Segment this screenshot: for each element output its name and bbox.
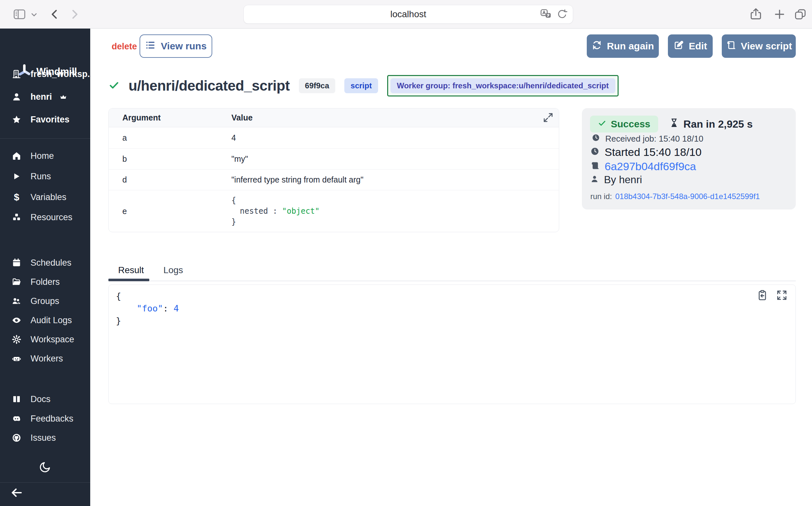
groups-icon: [11, 296, 22, 306]
sidebar-item-favorites[interactable]: Favorites: [11, 112, 70, 126]
result-panel: { "foo": 4 }: [108, 284, 796, 404]
by-row: By henri: [590, 174, 642, 186]
user-icon: [11, 92, 22, 102]
column-argument: Argument: [109, 113, 231, 122]
gear-icon: [11, 335, 22, 344]
view-runs-button[interactable]: View runs: [139, 34, 212, 58]
clock-icon: [592, 134, 600, 144]
table-row: d "inferred type string from default arg…: [109, 170, 559, 190]
job-id-link[interactable]: 6a297b04df69f9ca: [605, 160, 696, 173]
sidebar-item-workers[interactable]: Workers: [11, 351, 63, 366]
sidebar-item-issues[interactable]: Issues: [11, 431, 56, 445]
sidebar-home-label: Home: [30, 151, 54, 161]
tab-overview-icon[interactable]: [794, 8, 807, 22]
arg-name: d: [109, 175, 231, 184]
moon-icon: [38, 460, 52, 475]
sidebar-favorites-label: Favorites: [30, 115, 70, 125]
table-row: b "my": [109, 149, 559, 170]
sidebar-folders-label: Folders: [30, 277, 60, 287]
sidebar-workspace-selector[interactable]: fresh_worksp...: [11, 67, 95, 81]
sidebar-toggle-icon[interactable]: [12, 8, 27, 22]
arg-name: b: [109, 154, 231, 164]
view-runs-label: View runs: [161, 40, 206, 52]
hourglass-icon: [669, 118, 679, 130]
view-script-button[interactable]: View script: [722, 34, 796, 58]
play-icon: [11, 172, 22, 181]
received-job-row: Received job: 15:40 18/10: [592, 134, 703, 144]
sidebar-item-schedules[interactable]: Schedules: [11, 256, 71, 270]
sidebar-user-menu[interactable]: henri: [11, 90, 69, 104]
sidebar-workspace-settings-label: Workspace: [30, 335, 74, 345]
folder-icon: [11, 277, 22, 287]
sidebar-item-audit-logs[interactable]: Audit Logs: [11, 313, 72, 327]
sidebar-schedules-label: Schedules: [30, 258, 71, 268]
url-text: localhost: [390, 9, 426, 19]
title-row: u/henri/dedicated_script 69f9ca script W…: [108, 74, 619, 97]
browser-chrome: localhost: [0, 0, 812, 28]
expand-result-icon[interactable]: [776, 289, 788, 303]
sidebar-runs-label: Runs: [30, 171, 51, 181]
version-hash-badge: 69f9ca: [299, 78, 335, 93]
tabs-baseline: [108, 280, 796, 281]
sidebar-item-variables[interactable]: $ Variables: [11, 190, 67, 204]
arg-name: a: [109, 133, 231, 143]
dark-mode-toggle[interactable]: [0, 460, 90, 475]
sidebar-item-groups[interactable]: Groups: [11, 294, 60, 308]
result-json: { "foo": 4 }: [116, 290, 179, 327]
run-duration: Ran in 2,925 s: [669, 118, 752, 130]
view-script-label: View script: [741, 40, 792, 52]
active-tab-underline: [108, 279, 149, 281]
run-id-row: run id: 018b4304-7b3f-548a-9006-d1e14525…: [590, 192, 760, 201]
started-row: Started 15:40 18/10: [590, 146, 702, 159]
sidebar-item-docs[interactable]: Docs: [11, 392, 50, 406]
script-kind-badge[interactable]: script: [344, 78, 378, 93]
star-icon: [11, 115, 22, 124]
sidebar-divider: [0, 138, 90, 139]
user-small-icon: [590, 174, 599, 186]
page-title: u/henri/dedicated_script: [128, 78, 290, 94]
table-expand-icon[interactable]: [543, 112, 554, 125]
main-content: delete View runs Run again Edit View scr…: [90, 28, 812, 506]
job-id-row: 6a297b04df69f9ca: [590, 160, 696, 173]
calendar-icon: [11, 258, 22, 268]
share-icon[interactable]: [749, 7, 763, 22]
clock-icon: [590, 146, 599, 159]
table-row: a 4: [109, 127, 559, 149]
tab-result[interactable]: Result: [108, 263, 154, 277]
worker-group-box: Worker group: fresh_workspace:u/henri/de…: [387, 75, 619, 96]
sidebar-item-runs[interactable]: Runs: [11, 169, 51, 183]
sidebar-item-feedbacks[interactable]: Feedbacks: [11, 412, 73, 426]
github-icon: [11, 433, 22, 443]
run-id-link[interactable]: 018b4304-7b3f-548a-9006-d1e1452599f1: [615, 192, 760, 201]
sidebar-item-folders[interactable]: Folders: [11, 275, 60, 289]
delete-button[interactable]: delete: [112, 41, 137, 52]
screen: localhost Windmill: [0, 0, 812, 506]
sidebar-workers-label: Workers: [30, 354, 63, 364]
url-bar[interactable]: localhost: [243, 5, 573, 24]
collapse-sidebar-button[interactable]: [10, 486, 23, 501]
dollar-icon: $: [11, 192, 22, 203]
tab-logs[interactable]: Logs: [154, 263, 193, 277]
sidebar-item-workspace[interactable]: Workspace: [11, 332, 74, 346]
sidebar-item-resources[interactable]: Resources: [11, 210, 72, 225]
new-tab-icon[interactable]: [773, 8, 786, 22]
scroll-icon: [590, 160, 599, 173]
sidebar-feedbacks-label: Feedbacks: [30, 414, 73, 424]
edit-button[interactable]: Edit: [668, 34, 713, 58]
arguments-table-header: Argument Value: [109, 108, 559, 127]
reload-icon[interactable]: [556, 9, 568, 21]
run-again-label: Run again: [607, 40, 654, 52]
chevron-down-icon[interactable]: [30, 10, 38, 20]
table-row: e { nested : "object" }: [109, 190, 559, 232]
back-icon[interactable]: [48, 8, 61, 22]
sidebar-issues-label: Issues: [30, 433, 56, 443]
arg-value: "my": [231, 154, 559, 164]
sidebar-docs-label: Docs: [30, 394, 50, 404]
forward-icon[interactable]: [68, 8, 81, 22]
translate-icon[interactable]: [540, 8, 552, 22]
success-check-icon: [108, 80, 119, 92]
arg-value-json: { nested : "object" }: [231, 195, 559, 227]
run-again-button[interactable]: Run again: [587, 34, 659, 58]
copy-result-icon[interactable]: [756, 289, 768, 303]
sidebar-item-home[interactable]: Home: [11, 149, 54, 163]
